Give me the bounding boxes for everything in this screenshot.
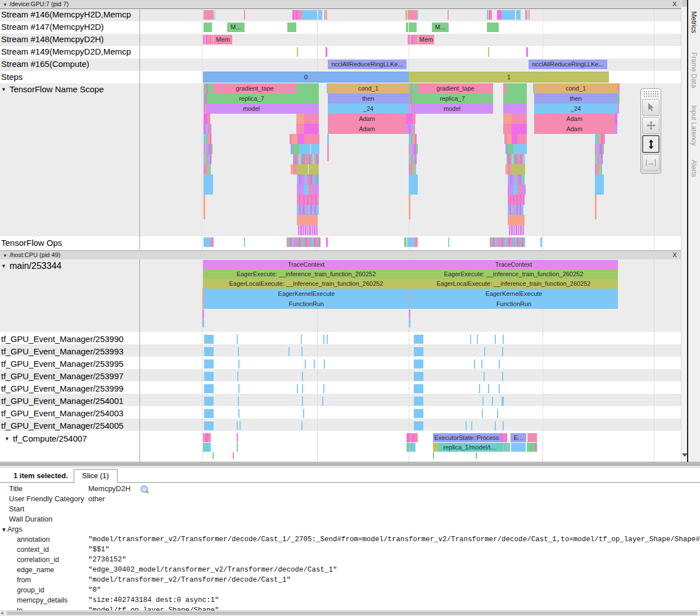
- track-label-tf-compute[interactable]: ▼tf_Compute/254007: [0, 434, 87, 443]
- trace-event[interactable]: [518, 225, 520, 235]
- trace-event[interactable]: [499, 384, 500, 393]
- trace-event[interactable]: cond_1: [534, 83, 617, 93]
- trace-event[interactable]: [503, 104, 527, 114]
- trace-event[interactable]: [313, 185, 319, 195]
- track-label-event-manager[interactable]: tf_GPU_Event_Manager/254005: [0, 421, 124, 430]
- trace-event[interactable]: [296, 114, 304, 124]
- trace-event[interactable]: [204, 409, 214, 418]
- trace-event[interactable]: _24: [328, 104, 409, 114]
- trace-event[interactable]: [314, 359, 315, 368]
- search-icon[interactable]: [141, 485, 148, 493]
- trace-event[interactable]: [415, 134, 417, 144]
- trace-event[interactable]: M...: [227, 23, 245, 32]
- trace-event[interactable]: [509, 225, 511, 235]
- trace-event[interactable]: ncclAllReduceRingLLKe...: [328, 60, 407, 69]
- trace-event[interactable]: [204, 372, 214, 381]
- trace-event[interactable]: [470, 335, 471, 344]
- trace-event[interactable]: [490, 10, 492, 20]
- trace-event[interactable]: [323, 335, 324, 344]
- track-label-event-manager[interactable]: tf_GPU_Event_Manager/254001: [0, 396, 124, 406]
- trace-event[interactable]: [302, 384, 303, 393]
- trace-event[interactable]: [317, 154, 319, 164]
- track-label-event-manager[interactable]: tf_GPU_Event_Manager/254003: [0, 408, 124, 418]
- trace-event[interactable]: [298, 225, 300, 235]
- tab-alerts[interactable]: Alerts: [690, 160, 698, 177]
- trace-event[interactable]: FunctionRun: [410, 299, 618, 309]
- trace-event[interactable]: [327, 144, 329, 161]
- cpu-track-area[interactable]: ▼main/253344 tf_GPU_Event_Manager/253990…: [0, 259, 681, 462]
- trace-event[interactable]: [409, 23, 417, 32]
- trace-event[interactable]: [503, 335, 504, 344]
- trace-event[interactable]: [207, 114, 210, 124]
- trace-event[interactable]: [513, 144, 520, 154]
- trace-event[interactable]: [292, 134, 297, 144]
- trace-event[interactable]: [298, 10, 302, 20]
- trace-event[interactable]: [488, 47, 489, 57]
- trace-event[interactable]: [204, 174, 213, 195]
- trace-event[interactable]: [297, 185, 304, 195]
- trace-event[interactable]: [287, 23, 296, 32]
- trace-event[interactable]: [502, 347, 503, 356]
- trace-event[interactable]: [309, 225, 311, 235]
- track-label-stream-147[interactable]: Stream #147(MemcpyH2D): [0, 22, 104, 32]
- trace-event[interactable]: [405, 10, 407, 20]
- trace-event[interactable]: [296, 93, 319, 104]
- trace-event[interactable]: gradient_tape: [213, 83, 296, 93]
- trace-event[interactable]: [466, 421, 467, 430]
- trace-event[interactable]: [208, 83, 213, 93]
- trace-event[interactable]: [327, 134, 329, 144]
- trace-event[interactable]: [238, 397, 239, 406]
- trace-event[interactable]: [204, 195, 205, 219]
- trace-event[interactable]: [503, 421, 504, 430]
- trace-event[interactable]: [317, 195, 319, 205]
- trace-event[interactable]: ExecutorState::Process: [433, 433, 500, 442]
- track-label-event-manager[interactable]: tf_GPU_Event_Manager/253990: [0, 334, 124, 344]
- trace-event[interactable]: [412, 83, 418, 93]
- trace-event[interactable]: [523, 195, 525, 205]
- trace-event[interactable]: [414, 397, 423, 406]
- trace-event[interactable]: [414, 384, 423, 393]
- trace-event[interactable]: [209, 443, 211, 452]
- cpu-section-header[interactable]: ▼/host:CPU (pid 49) X: [0, 250, 681, 260]
- trace-event[interactable]: [326, 47, 327, 57]
- trace-event[interactable]: [487, 10, 488, 20]
- trace-event[interactable]: _24: [534, 104, 617, 114]
- trace-event[interactable]: [204, 335, 214, 344]
- trace-event[interactable]: [474, 359, 475, 368]
- track-label-stream-146[interactable]: Stream #146(MemcpyH2D,Memcp: [0, 10, 131, 19]
- trace-event[interactable]: [319, 237, 320, 247]
- track-label-main[interactable]: ▼main/253344: [0, 261, 61, 271]
- trace-event[interactable]: [297, 164, 308, 174]
- selection-tool-button[interactable]: [642, 99, 660, 116]
- trace-event[interactable]: [240, 421, 241, 430]
- trace-event[interactable]: [304, 114, 319, 124]
- trace-event[interactable]: [502, 397, 504, 406]
- trace-event[interactable]: [304, 185, 309, 195]
- trace-event[interactable]: EagerLocalExecute: __inference_train_fun…: [409, 279, 618, 289]
- track-label-event-manager[interactable]: tf_GPU_Event_Manager/253995: [0, 359, 124, 368]
- track-label-event-manager[interactable]: tf_GPU_Event_Manager/253997: [0, 371, 124, 381]
- trace-event[interactable]: [516, 225, 517, 235]
- trace-event[interactable]: [237, 372, 238, 381]
- trace-event[interactable]: [408, 10, 417, 20]
- track-label-steps[interactable]: Steps: [0, 72, 22, 82]
- trace-event[interactable]: [299, 144, 310, 154]
- trace-event[interactable]: [523, 174, 525, 185]
- trace-event[interactable]: [511, 164, 518, 174]
- trace-event[interactable]: [508, 185, 513, 195]
- trace-event[interactable]: [617, 93, 620, 104]
- trace-event[interactable]: Mem: [214, 35, 232, 44]
- trace-event[interactable]: EagerKernelExecute: [410, 289, 618, 299]
- collapse-triangle-icon[interactable]: ▼: [1, 87, 6, 92]
- trace-event[interactable]: [495, 335, 496, 344]
- trace-event[interactable]: [448, 237, 449, 247]
- trace-event[interactable]: [523, 237, 525, 247]
- collapse-triangle-icon[interactable]: ▼: [4, 436, 10, 442]
- trace-event[interactable]: TraceContext: [203, 260, 409, 269]
- track-label-event-manager[interactable]: tf_GPU_Event_Manager/253993: [0, 347, 124, 356]
- trace-event[interactable]: [404, 237, 407, 247]
- trace-event[interactable]: [211, 237, 214, 247]
- trace-event[interactable]: [326, 10, 327, 20]
- trace-event[interactable]: [502, 10, 515, 20]
- trace-event[interactable]: [204, 114, 207, 124]
